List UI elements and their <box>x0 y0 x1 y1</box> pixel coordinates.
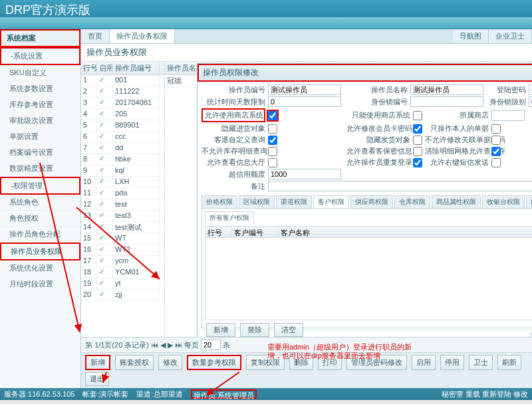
sub-add-button[interactable]: 新增 <box>206 323 235 337</box>
nav-guide[interactable]: 导航图 <box>453 29 489 43</box>
chk-noorder[interactable] <box>268 147 277 156</box>
col-enabled[interactable]: 启用 <box>97 62 113 74</box>
table-row[interactable]: 9✓kql <box>81 165 164 177</box>
tab-home[interactable]: 首页 <box>81 29 110 43</box>
input-belong[interactable] <box>491 110 525 121</box>
sidebar-item[interactable]: SKU自定义 <box>0 65 80 81</box>
lbl-op-name: 操作员名称 <box>344 85 408 95</box>
table-row[interactable]: 6✓ccc <box>81 132 164 143</box>
sidebar-item[interactable]: -系统设置 <box>0 47 80 65</box>
chk-hideship[interactable] <box>413 136 422 145</box>
input-op-id[interactable] <box>268 84 341 95</box>
chk-nolink[interactable] <box>491 136 501 145</box>
table-row[interactable]: 8✓hbke <box>81 154 164 165</box>
sidebar-item[interactable]: 档案编号设置 <box>0 145 80 161</box>
table-row[interactable]: 7✓dd <box>81 143 164 154</box>
pager-prev-icon[interactable]: ◀ <box>160 341 166 350</box>
edit-dialog: 操作员权限修改 操作员编号 操作员名称 登陆密码 统计时间天数限制 <box>197 63 532 337</box>
chk-clear[interactable] <box>491 147 501 156</box>
pager-first-icon[interactable]: ⏮ <box>151 341 158 349</box>
subcol-custid[interactable]: 客户编号 <box>232 227 279 237</box>
table-row[interactable]: 12✓test <box>81 199 164 211</box>
sidebar-item[interactable]: 操作员角色分配 <box>0 227 80 243</box>
chk-hall[interactable] <box>268 158 277 167</box>
inner-tab[interactable]: 收银台权限 <box>482 195 525 208</box>
table-row[interactable]: 17✓ycm <box>81 256 164 267</box>
input-stat[interactable] <box>268 96 341 107</box>
sidebar-item[interactable]: 数据精度设置 <box>0 161 80 177</box>
col-operator-id[interactable]: 操作员编号 <box>113 62 160 74</box>
col-rownum[interactable]: 行号 <box>81 62 97 74</box>
subcol-custname[interactable]: 客户名称 <box>279 227 532 237</box>
inner-tab[interactable]: 客户权限 <box>313 195 349 208</box>
inner-tab[interactable]: 商品属性权限 <box>432 195 481 208</box>
subtab-all-cust[interactable]: 所有客户权限 <box>205 211 254 224</box>
sub-clear-button[interactable]: 清空 <box>274 323 303 337</box>
table-row[interactable]: 1✓001 <box>81 75 164 86</box>
sidebar-item[interactable]: 审批级次设置 <box>0 113 80 129</box>
sidebar-item[interactable]: 单据设置 <box>0 129 80 145</box>
inner-tab[interactable]: 仓库权限 <box>394 195 430 208</box>
chk-custq[interactable] <box>268 136 277 145</box>
pager-next-icon[interactable]: ▶ <box>168 341 173 350</box>
subcol-row[interactable]: 行号 <box>205 227 232 237</box>
sidebar-item[interactable]: 系统角色 <box>0 195 80 211</box>
edit-button[interactable]: 修改 <box>158 355 182 370</box>
pager-perpage-input[interactable] <box>201 340 221 350</box>
input-op-name[interactable] <box>410 84 483 95</box>
table-row[interactable]: 18✓YCM01 <box>81 267 164 278</box>
inner-tab[interactable]: 区域权限 <box>239 195 275 208</box>
lbl-remark: 备注 <box>201 181 265 191</box>
operator-grid: 行号 启用 操作员编号 1✓0012✓1112223✓2017040814✓20… <box>81 62 165 337</box>
table-row[interactable]: 11✓pda <box>81 188 164 199</box>
nav-enterprise[interactable]: 企业卫士 <box>489 29 532 43</box>
input-locklevel[interactable] <box>529 96 532 107</box>
table-row[interactable]: 10✓LXH <box>81 177 164 188</box>
table-row[interactable]: 20✓zjj <box>81 290 164 301</box>
param-button[interactable]: 数量参考权限 <box>187 355 241 370</box>
chk-member[interactable] <box>413 124 422 134</box>
sidebar-item[interactable]: 系统档案 <box>0 29 80 47</box>
inner-tab[interactable]: 渠道权限 <box>276 195 312 208</box>
tab-operator-perm[interactable]: 操作员业务权限 <box>110 29 175 43</box>
sidebar-item[interactable]: 系统参数设置 <box>0 81 80 97</box>
chk-hidecost[interactable] <box>268 124 277 134</box>
sidebar-item[interactable]: 操作员业务权限 <box>0 243 80 260</box>
sidebar-item[interactable]: -权限管理 <box>0 177 80 195</box>
chk-secret[interactable] <box>413 147 422 156</box>
table-row[interactable]: 5✓889901 <box>81 120 164 132</box>
add-button[interactable]: 新增 <box>85 355 110 370</box>
sidebar-item[interactable]: 系统优化设置 <box>0 260 80 276</box>
exit-button[interactable]: 退出 <box>85 372 109 386</box>
chk-onlyshop[interactable] <box>413 111 422 120</box>
chk-shortkey[interactable] <box>491 158 501 167</box>
inner-tab[interactable]: 部门权限 <box>526 195 532 208</box>
disable-button[interactable]: 停用 <box>440 355 464 370</box>
table-row[interactable]: 16✓WT2 <box>81 245 164 256</box>
input-credit[interactable] <box>268 169 341 179</box>
status-server: 116.62.53.105 <box>28 390 74 398</box>
table-row[interactable]: 13✓test3 <box>81 211 164 222</box>
table-row[interactable]: 4✓205 <box>81 109 164 120</box>
chk-allowshop[interactable] <box>268 111 277 120</box>
input-lockid[interactable] <box>410 96 483 107</box>
sidebar-item[interactable]: 月结时段设置 <box>0 276 80 292</box>
table-row[interactable]: 15✓WT <box>81 233 164 245</box>
sidebar-item[interactable]: 角色授权 <box>0 211 80 227</box>
chk-relogin[interactable] <box>413 158 422 167</box>
table-row[interactable]: 19✓yt <box>81 278 164 290</box>
inner-tab[interactable]: 供应商权限 <box>350 195 393 208</box>
sub-replace-button[interactable]: 替除 <box>240 323 269 337</box>
refresh-button[interactable]: 刷新 <box>497 355 521 370</box>
input-remark[interactable] <box>268 181 532 191</box>
pager-last-icon[interactable]: ⏭ <box>175 341 182 349</box>
sidebar-item[interactable]: 库存参考设置 <box>0 97 80 113</box>
guard-button[interactable]: 卫士 <box>469 355 493 370</box>
chk-selfgoods[interactable] <box>491 124 501 134</box>
auth-button[interactable]: 账套授权 <box>115 355 154 370</box>
table-row[interactable]: 3✓201704081 <box>81 98 164 109</box>
table-row[interactable]: 2✓111222 <box>81 86 164 98</box>
table-row[interactable]: 14✓test测试 <box>81 222 164 233</box>
input-pwd[interactable] <box>529 84 532 95</box>
inner-tab[interactable]: 价格权限 <box>201 195 237 208</box>
